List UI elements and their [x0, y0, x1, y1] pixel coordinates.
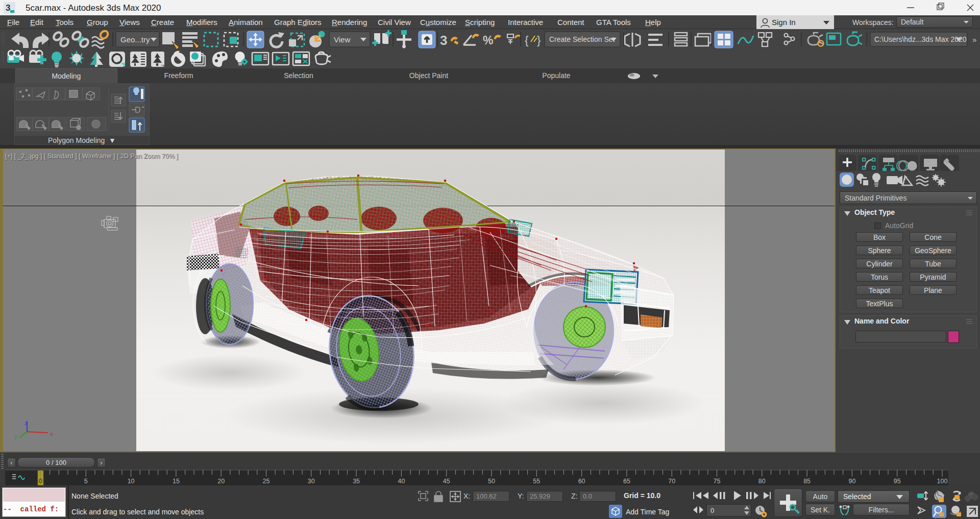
svg-text:35: 35	[353, 478, 360, 485]
svg-text:z: z	[24, 420, 28, 426]
svg-text:}: }	[537, 34, 541, 46]
svg-text:Create Selection Set: Create Selection Set	[549, 35, 615, 43]
svg-text:50: 50	[488, 478, 495, 485]
svg-text:{: {	[525, 34, 528, 46]
svg-text:C:\Users\hdz...3ds Max 2020: C:\Users\hdz...3ds Max 2020	[874, 35, 967, 43]
svg-text:85: 85	[803, 478, 811, 485]
svg-text:90: 90	[848, 478, 855, 485]
svg-text:80: 80	[758, 478, 766, 485]
svg-text:95: 95	[894, 478, 901, 485]
svg-text:40: 40	[398, 478, 405, 485]
svg-text:30: 30	[308, 478, 315, 485]
svg-text:»: »	[972, 35, 976, 44]
svg-text:Geo...try: Geo...try	[120, 35, 150, 44]
svg-text:55: 55	[533, 478, 540, 485]
svg-text:20: 20	[217, 478, 225, 485]
svg-text:3: 3	[440, 33, 447, 48]
svg-text:100: 100	[937, 478, 948, 485]
svg-text:60: 60	[578, 478, 585, 485]
svg-text:15: 15	[173, 478, 180, 485]
svg-text:25: 25	[263, 478, 270, 485]
svg-text:45: 45	[443, 478, 450, 485]
svg-text:70: 70	[668, 478, 675, 485]
svg-text:x: x	[50, 431, 53, 437]
svg-text:65: 65	[623, 478, 630, 485]
svg-text:View: View	[334, 35, 350, 44]
svg-text:0: 0	[39, 478, 42, 485]
svg-text:75: 75	[714, 478, 721, 485]
svg-text:5: 5	[84, 478, 88, 485]
svg-text:y: y	[14, 433, 17, 439]
svg-text:3: 3	[6, 3, 10, 13]
svg-text:%: %	[483, 34, 493, 47]
svg-text:10: 10	[128, 478, 135, 485]
